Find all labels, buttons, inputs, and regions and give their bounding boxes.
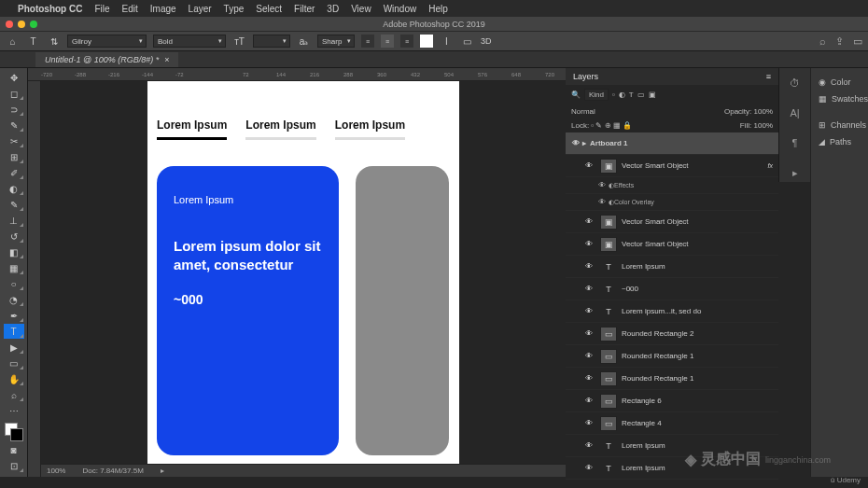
healing-tool[interactable]: ◐ [4, 181, 24, 196]
quick-select-tool[interactable]: ✎ [4, 118, 24, 132]
card-blue[interactable]: Lorem Ipsum Lorem ipsum dolor sit amet, … [157, 166, 339, 455]
fill-value[interactable]: 100% [754, 121, 773, 130]
design-tab-2[interactable]: Lorem Ipsum [245, 119, 315, 140]
lasso-tool[interactable]: ⊃ [4, 102, 24, 117]
menu-layer[interactable]: Layer [189, 4, 212, 14]
edit-toolbar[interactable]: ⋯ [4, 403, 24, 418]
filter-type-icon[interactable]: T [629, 91, 634, 99]
card-grey[interactable] [356, 166, 449, 455]
pen-tool[interactable]: ✒ [4, 308, 24, 323]
layer-item[interactable]: 👁▣Vector Smart Object [566, 233, 778, 256]
doc-size[interactable]: Doc: 7.84M/37.5M [82, 467, 143, 475]
type-tool-icon[interactable]: T [26, 35, 40, 49]
orientation-icon[interactable]: ⇅ [47, 35, 61, 49]
menu-edit[interactable]: Edit [122, 4, 138, 14]
menu-window[interactable]: Window [384, 4, 417, 14]
status-arrow-icon[interactable]: ▸ [161, 467, 164, 475]
paragraph-icon[interactable]: ¶ [786, 133, 805, 152]
layer-item[interactable]: 👁▣Vector Smart Objectfx [566, 155, 778, 177]
color-swatches[interactable] [5, 423, 23, 441]
visibility-icon[interactable]: 👁 [582, 217, 595, 226]
opacity-value[interactable]: 100% [754, 107, 773, 116]
minimize-window-button[interactable] [18, 21, 25, 28]
align-left-icon[interactable]: ≡ [361, 35, 374, 48]
menu-3d[interactable]: 3D [327, 4, 339, 14]
artboard-canvas[interactable]: Lorem Ipsum Lorem Ipsum Lorem Ipsum Lore… [147, 81, 459, 477]
hand-tool[interactable]: ✋ [4, 371, 24, 386]
channels-panel[interactable]: ⊞Channels [819, 117, 861, 133]
visibility-icon[interactable]: 👁 [595, 181, 609, 189]
vertical-ruler[interactable] [28, 81, 41, 477]
eyedropper-tool[interactable]: ✐ [4, 165, 24, 180]
horizontal-ruler[interactable]: -720-288-216-144-72721442162883604325045… [28, 68, 566, 81]
blur-tool[interactable]: ○ [4, 276, 24, 291]
maximize-window-button[interactable] [30, 21, 37, 28]
visibility-icon[interactable]: 👁 [582, 240, 595, 248]
layer-item[interactable]: 👁▭Rounded Rectangle 1 [566, 368, 778, 390]
visibility-icon[interactable]: 👁 [582, 397, 595, 405]
path-select-tool[interactable]: ▶ [4, 340, 24, 355]
color-panel[interactable]: ◉Color [819, 74, 861, 91]
visibility-icon[interactable]: 👁 [582, 307, 595, 315]
lock-icons[interactable]: ▫ ✎ ⊕ ▦ 🔒 [591, 121, 632, 130]
layer-item[interactable]: 👁TLorem Ipsum [566, 480, 778, 487]
layer-item[interactable]: 👁▭Rectangle 4 [566, 412, 778, 435]
layer-item[interactable]: 👁TLorem Ipsum [566, 256, 778, 278]
warp-text-icon[interactable]: I [440, 35, 454, 49]
filter-shape-icon[interactable]: ▭ [637, 91, 645, 99]
layer-item[interactable]: 👁▭Rounded Rectangle 1 [566, 345, 778, 368]
menu-file[interactable]: File [94, 4, 109, 14]
design-tab-1[interactable]: Lorem Ipsum [157, 119, 227, 140]
visibility-icon[interactable]: 👁 [582, 161, 595, 170]
menu-type[interactable]: Type [224, 4, 245, 14]
app-name[interactable]: Photoshop CC [18, 4, 82, 14]
close-window-button[interactable] [6, 21, 13, 28]
layer-item[interactable]: 👁▣Vector Smart Object [566, 211, 778, 233]
crop-tool[interactable]: ✂ [4, 133, 24, 148]
move-tool[interactable]: ✥ [4, 70, 24, 85]
visibility-icon[interactable]: 👁 [582, 441, 595, 450]
layer-item[interactable]: 👁▭Rectangle 6 [566, 390, 778, 412]
brush-tool[interactable]: ✎ [4, 197, 24, 212]
marquee-tool[interactable]: ◻ [4, 86, 24, 101]
visibility-icon[interactable]: 👁 [582, 464, 595, 472]
zoom-tool[interactable]: ⌕ [4, 387, 24, 402]
layer-artboard[interactable]: 👁▸ Artboard 1 [566, 132, 778, 155]
font-family-dropdown[interactable]: Gilroy [67, 35, 147, 48]
text-color-swatch[interactable] [420, 35, 433, 48]
layer-item[interactable]: 👁▭Rounded Rectangle 2 [566, 323, 778, 345]
layer-item[interactable]: 👁TLorem Ipsum [566, 435, 778, 457]
visibility-icon[interactable]: 👁 [582, 352, 595, 360]
visibility-icon[interactable]: 👁 [582, 285, 595, 293]
filter-adjust-icon[interactable]: ◐ [619, 91, 625, 99]
quick-mask[interactable]: ◙ [4, 442, 24, 457]
menu-help[interactable]: Help [428, 4, 448, 14]
workspace-icon[interactable]: ▭ [853, 35, 862, 48]
layer-fx[interactable]: 👁◐ Color Overlay [566, 194, 778, 211]
layer-fx[interactable]: 👁◐ Effects [566, 177, 778, 194]
properties-icon[interactable]: ▸ [786, 163, 805, 182]
character-panel-icon[interactable]: ▭ [460, 35, 474, 49]
filter-smart-icon[interactable]: ▣ [649, 91, 656, 99]
zoom-level[interactable]: 100% [47, 467, 65, 475]
layer-item[interactable]: 👁TLorem Ipsum [566, 457, 778, 480]
visibility-icon[interactable]: 👁 [582, 329, 595, 338]
clone-tool[interactable]: ⊥ [4, 213, 24, 228]
type-tool[interactable]: T [4, 324, 24, 339]
character-icon[interactable]: A| [786, 104, 805, 122]
panel-menu-icon[interactable]: ≡ [766, 72, 771, 81]
visibility-icon[interactable]: 👁 [569, 139, 582, 147]
search-icon[interactable]: ⌕ [819, 35, 826, 48]
close-tab-icon[interactable]: × [164, 55, 169, 64]
visibility-icon[interactable]: 👁 [582, 486, 595, 487]
menu-select[interactable]: Select [256, 4, 282, 14]
paths-panel[interactable]: ◢Paths [819, 133, 861, 150]
align-center-icon[interactable]: ≡ [381, 35, 394, 48]
filter-kind-dropdown[interactable]: Kind [584, 89, 609, 101]
gradient-tool[interactable]: ▦ [4, 260, 24, 275]
screen-mode[interactable]: ⊡ [4, 458, 24, 473]
history-icon[interactable]: ⏱ [786, 74, 805, 92]
font-weight-dropdown[interactable]: Bold [153, 35, 226, 48]
font-size-dropdown[interactable] [253, 35, 290, 48]
design-tab-3[interactable]: Lorem Ipsum [335, 119, 405, 140]
